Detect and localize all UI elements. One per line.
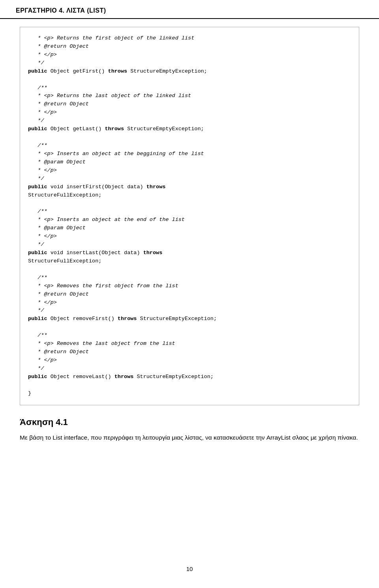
code-line: */ bbox=[28, 59, 351, 67]
code-line: /** bbox=[28, 331, 351, 340]
code-line: * @return Object bbox=[28, 348, 351, 356]
code-line: */ bbox=[28, 175, 351, 183]
code-line: * <p> Returns the last object of the lin… bbox=[28, 92, 351, 100]
code-line: * @return Object bbox=[28, 290, 351, 299]
code-line: /** bbox=[28, 84, 351, 92]
code-line: * </p> bbox=[28, 167, 351, 175]
code-line: StructureFullException; bbox=[28, 257, 351, 266]
code-line: * @param Object bbox=[28, 158, 351, 167]
code-line bbox=[28, 76, 351, 84]
code-line: public Object removeLast() throws Struct… bbox=[28, 373, 351, 381]
code-line: * <p> Inserts an object at the beggining… bbox=[28, 150, 351, 158]
code-line: public void insertLast(Object data) thro… bbox=[28, 249, 351, 257]
code-line: * <p> Inserts an object at the end of th… bbox=[28, 216, 351, 224]
code-line: public Object removeFirst() throws Struc… bbox=[28, 315, 351, 323]
code-line bbox=[28, 323, 351, 331]
code-line: public Object getLast() throws Structure… bbox=[28, 125, 351, 133]
code-line: */ bbox=[28, 365, 351, 373]
code-line: */ bbox=[28, 307, 351, 315]
code-line: * </p> bbox=[28, 109, 351, 117]
code-line: */ bbox=[28, 117, 351, 125]
page-number: 10 bbox=[0, 562, 379, 580]
code-line: * @param Object bbox=[28, 224, 351, 232]
code-line: /** bbox=[28, 274, 351, 282]
code-line: /** bbox=[28, 142, 351, 150]
code-line: * <p> Removes the last object from the l… bbox=[28, 340, 351, 348]
code-line: * </p> bbox=[28, 299, 351, 307]
code-line: * </p> bbox=[28, 356, 351, 365]
code-line: } bbox=[28, 390, 351, 398]
exercise-heading: Άσκηση 4.1 bbox=[20, 417, 359, 427]
code-line: * </p> bbox=[28, 51, 351, 59]
code-line: public Object getFirst() throws Structur… bbox=[28, 67, 351, 76]
exercise-text: Με βάση το List interface, που περιγράφε… bbox=[20, 433, 359, 443]
code-line: */ bbox=[28, 241, 351, 249]
code-line: * @return Object bbox=[28, 43, 351, 51]
main-content: * <p> Returns the first object of the li… bbox=[0, 19, 379, 450]
code-line bbox=[28, 381, 351, 390]
code-line bbox=[28, 266, 351, 274]
code-line: /** bbox=[28, 208, 351, 216]
code-line: * @return Object bbox=[28, 100, 351, 109]
code-line: * <p> Returns the first object of the li… bbox=[28, 34, 351, 43]
header-title: ΕΡΓΑΣΤΗΡΙΟ 4. ΛΙΣΤΑ (LIST) bbox=[16, 7, 106, 14]
code-line: * </p> bbox=[28, 232, 351, 241]
code-block: * <p> Returns the first object of the li… bbox=[20, 27, 359, 405]
page-header: ΕΡΓΑΣΤΗΡΙΟ 4. ΛΙΣΤΑ (LIST) bbox=[0, 0, 379, 19]
code-line: * <p> Removes the first object from the … bbox=[28, 282, 351, 290]
code-line: StructureFullException; bbox=[28, 191, 351, 200]
code-line bbox=[28, 199, 351, 208]
code-line: public void insertFirst(Object data) thr… bbox=[28, 183, 351, 191]
code-line bbox=[28, 133, 351, 142]
